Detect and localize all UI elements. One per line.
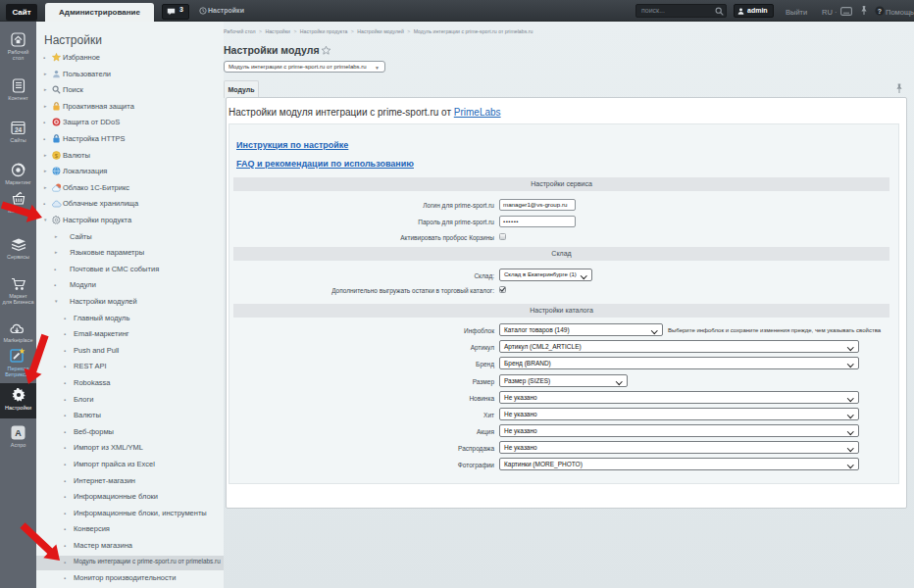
svg-text:24: 24 (15, 126, 23, 133)
svg-text:?: ? (878, 8, 882, 15)
svg-text:A: A (15, 428, 22, 438)
